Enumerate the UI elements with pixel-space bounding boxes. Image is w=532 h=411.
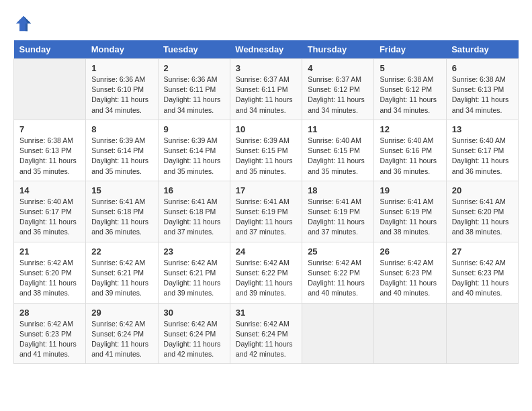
calendar-cell: 18 Sunrise: 6:41 AMSunset: 6:19 PMDaylig… bbox=[302, 181, 374, 242]
day-number: 20 bbox=[452, 185, 513, 195]
calendar-cell: 16 Sunrise: 6:41 AMSunset: 6:18 PMDaylig… bbox=[158, 181, 230, 242]
day-info: Sunrise: 6:36 AMSunset: 6:11 PMDaylight:… bbox=[164, 75, 224, 116]
calendar-cell: 24 Sunrise: 6:42 AMSunset: 6:22 PMDaylig… bbox=[230, 242, 302, 303]
week-row-3: 21 Sunrise: 6:42 AMSunset: 6:20 PMDaylig… bbox=[14, 242, 519, 303]
day-number: 15 bbox=[91, 185, 152, 195]
header-row: SundayMondayTuesdayWednesdayThursdayFrid… bbox=[14, 40, 519, 59]
day-info: Sunrise: 6:42 AMSunset: 6:24 PMDaylight:… bbox=[164, 319, 224, 360]
calendar-cell: 30 Sunrise: 6:42 AMSunset: 6:24 PMDaylig… bbox=[158, 303, 230, 364]
day-number: 3 bbox=[236, 63, 296, 73]
calendar-cell: 6 Sunrise: 6:38 AMSunset: 6:13 PMDayligh… bbox=[446, 59, 518, 120]
day-number: 16 bbox=[164, 185, 224, 195]
day-number: 31 bbox=[236, 308, 296, 318]
calendar-cell: 25 Sunrise: 6:42 AMSunset: 6:22 PMDaylig… bbox=[302, 242, 374, 303]
day-number: 11 bbox=[308, 124, 368, 134]
day-info: Sunrise: 6:40 AMSunset: 6:17 PMDaylight:… bbox=[452, 136, 513, 177]
day-info: Sunrise: 6:40 AMSunset: 6:15 PMDaylight:… bbox=[308, 136, 368, 177]
calendar-cell: 8 Sunrise: 6:39 AMSunset: 6:14 PMDayligh… bbox=[86, 120, 158, 181]
calendar-cell bbox=[446, 303, 518, 364]
day-info: Sunrise: 6:41 AMSunset: 6:20 PMDaylight:… bbox=[452, 197, 513, 238]
day-number: 26 bbox=[380, 246, 440, 257]
day-number: 30 bbox=[164, 308, 224, 318]
day-info: Sunrise: 6:42 AMSunset: 6:23 PMDaylight:… bbox=[380, 258, 440, 299]
calendar-cell: 28 Sunrise: 6:42 AMSunset: 6:23 PMDaylig… bbox=[14, 303, 86, 364]
day-number: 24 bbox=[236, 246, 296, 257]
calendar-cell bbox=[374, 303, 446, 364]
day-info: Sunrise: 6:42 AMSunset: 6:22 PMDaylight:… bbox=[308, 258, 368, 299]
day-number: 13 bbox=[452, 124, 513, 134]
day-header-tuesday: Tuesday bbox=[158, 40, 230, 59]
day-info: Sunrise: 6:39 AMSunset: 6:14 PMDaylight:… bbox=[91, 136, 152, 177]
day-info: Sunrise: 6:42 AMSunset: 6:22 PMDaylight:… bbox=[236, 258, 296, 299]
day-number: 6 bbox=[452, 63, 513, 73]
calendar-cell: 31 Sunrise: 6:42 AMSunset: 6:24 PMDaylig… bbox=[230, 303, 302, 364]
calendar-cell: 22 Sunrise: 6:42 AMSunset: 6:21 PMDaylig… bbox=[86, 242, 158, 303]
day-info: Sunrise: 6:41 AMSunset: 6:18 PMDaylight:… bbox=[91, 197, 152, 238]
week-row-0: 1 Sunrise: 6:36 AMSunset: 6:10 PMDayligh… bbox=[14, 59, 519, 120]
week-row-4: 28 Sunrise: 6:42 AMSunset: 6:23 PMDaylig… bbox=[14, 303, 519, 364]
day-number: 4 bbox=[308, 63, 368, 73]
day-info: Sunrise: 6:39 AMSunset: 6:14 PMDaylight:… bbox=[164, 136, 224, 177]
calendar-cell: 17 Sunrise: 6:41 AMSunset: 6:19 PMDaylig… bbox=[230, 181, 302, 242]
day-info: Sunrise: 6:42 AMSunset: 6:21 PMDaylight:… bbox=[164, 258, 224, 299]
calendar-cell: 23 Sunrise: 6:42 AMSunset: 6:21 PMDaylig… bbox=[158, 242, 230, 303]
day-number: 8 bbox=[91, 124, 152, 134]
calendar-cell: 20 Sunrise: 6:41 AMSunset: 6:20 PMDaylig… bbox=[446, 181, 518, 242]
day-number: 29 bbox=[91, 308, 152, 318]
calendar-cell: 29 Sunrise: 6:42 AMSunset: 6:24 PMDaylig… bbox=[86, 303, 158, 364]
day-info: Sunrise: 6:41 AMSunset: 6:19 PMDaylight:… bbox=[308, 197, 368, 238]
day-info: Sunrise: 6:42 AMSunset: 6:21 PMDaylight:… bbox=[91, 258, 152, 299]
day-info: Sunrise: 6:38 AMSunset: 6:13 PMDaylight:… bbox=[19, 136, 80, 177]
calendar-cell: 11 Sunrise: 6:40 AMSunset: 6:15 PMDaylig… bbox=[302, 120, 374, 181]
day-header-thursday: Thursday bbox=[302, 40, 374, 59]
page-header bbox=[13, 13, 519, 34]
day-number: 23 bbox=[164, 246, 224, 257]
day-info: Sunrise: 6:41 AMSunset: 6:19 PMDaylight:… bbox=[236, 197, 296, 238]
calendar-cell: 2 Sunrise: 6:36 AMSunset: 6:11 PMDayligh… bbox=[158, 59, 230, 120]
day-number: 18 bbox=[308, 185, 368, 195]
day-header-monday: Monday bbox=[86, 40, 158, 59]
calendar-cell: 1 Sunrise: 6:36 AMSunset: 6:10 PMDayligh… bbox=[86, 59, 158, 120]
logo bbox=[13, 13, 35, 34]
calendar-cell: 4 Sunrise: 6:37 AMSunset: 6:12 PMDayligh… bbox=[302, 59, 374, 120]
week-row-1: 7 Sunrise: 6:38 AMSunset: 6:13 PMDayligh… bbox=[14, 120, 519, 181]
calendar-cell: 19 Sunrise: 6:41 AMSunset: 6:19 PMDaylig… bbox=[374, 181, 446, 242]
logo-icon bbox=[13, 13, 34, 34]
day-number: 7 bbox=[19, 124, 80, 134]
calendar-cell: 9 Sunrise: 6:39 AMSunset: 6:14 PMDayligh… bbox=[158, 120, 230, 181]
day-info: Sunrise: 6:42 AMSunset: 6:23 PMDaylight:… bbox=[452, 258, 513, 299]
day-info: Sunrise: 6:37 AMSunset: 6:12 PMDaylight:… bbox=[308, 75, 368, 116]
day-info: Sunrise: 6:42 AMSunset: 6:24 PMDaylight:… bbox=[236, 319, 296, 360]
calendar-cell: 15 Sunrise: 6:41 AMSunset: 6:18 PMDaylig… bbox=[86, 181, 158, 242]
calendar-cell: 21 Sunrise: 6:42 AMSunset: 6:20 PMDaylig… bbox=[14, 242, 86, 303]
day-info: Sunrise: 6:39 AMSunset: 6:15 PMDaylight:… bbox=[236, 136, 296, 177]
calendar-cell: 13 Sunrise: 6:40 AMSunset: 6:17 PMDaylig… bbox=[446, 120, 518, 181]
calendar-table: SundayMondayTuesdayWednesdayThursdayFrid… bbox=[13, 40, 519, 364]
day-number: 27 bbox=[452, 246, 513, 257]
day-number: 14 bbox=[19, 185, 80, 195]
calendar-cell: 14 Sunrise: 6:40 AMSunset: 6:17 PMDaylig… bbox=[14, 181, 86, 242]
calendar-cell: 10 Sunrise: 6:39 AMSunset: 6:15 PMDaylig… bbox=[230, 120, 302, 181]
day-number: 21 bbox=[19, 246, 80, 257]
day-number: 9 bbox=[164, 124, 224, 134]
day-info: Sunrise: 6:37 AMSunset: 6:11 PMDaylight:… bbox=[236, 75, 296, 116]
day-info: Sunrise: 6:40 AMSunset: 6:17 PMDaylight:… bbox=[19, 197, 80, 238]
day-number: 12 bbox=[380, 124, 440, 134]
day-info: Sunrise: 6:41 AMSunset: 6:18 PMDaylight:… bbox=[164, 197, 224, 238]
day-number: 10 bbox=[236, 124, 296, 134]
day-info: Sunrise: 6:42 AMSunset: 6:23 PMDaylight:… bbox=[19, 319, 80, 360]
calendar-cell: 3 Sunrise: 6:37 AMSunset: 6:11 PMDayligh… bbox=[230, 59, 302, 120]
day-header-wednesday: Wednesday bbox=[230, 40, 302, 59]
day-header-saturday: Saturday bbox=[446, 40, 518, 59]
week-row-2: 14 Sunrise: 6:40 AMSunset: 6:17 PMDaylig… bbox=[14, 181, 519, 242]
day-number: 5 bbox=[380, 63, 440, 73]
day-info: Sunrise: 6:38 AMSunset: 6:12 PMDaylight:… bbox=[380, 75, 440, 116]
day-number: 1 bbox=[91, 63, 152, 73]
calendar-cell bbox=[14, 59, 86, 120]
day-number: 19 bbox=[380, 185, 440, 195]
day-number: 2 bbox=[164, 63, 224, 73]
day-header-friday: Friday bbox=[374, 40, 446, 59]
calendar-cell: 7 Sunrise: 6:38 AMSunset: 6:13 PMDayligh… bbox=[14, 120, 86, 181]
day-number: 28 bbox=[19, 308, 80, 318]
calendar-cell: 5 Sunrise: 6:38 AMSunset: 6:12 PMDayligh… bbox=[374, 59, 446, 120]
